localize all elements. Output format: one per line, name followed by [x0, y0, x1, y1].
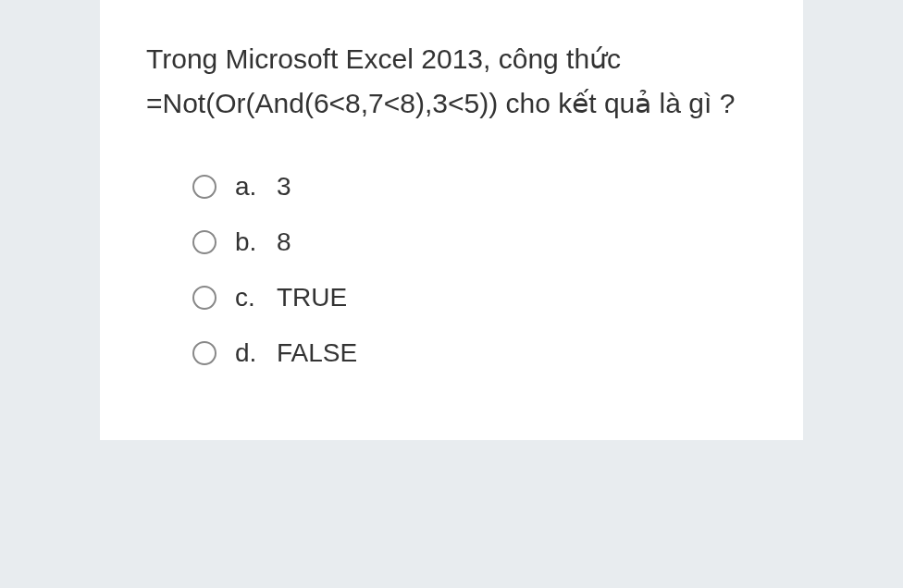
option-value: FALSE	[277, 338, 357, 368]
option-a[interactable]: a. 3	[192, 172, 757, 202]
option-c[interactable]: c. TRUE	[192, 283, 757, 312]
option-value: 8	[277, 227, 291, 257]
options-list: a. 3 b. 8 c. TRUE d. FALSE	[146, 172, 757, 368]
option-value: 3	[277, 172, 291, 202]
radio-icon[interactable]	[192, 175, 216, 199]
radio-icon[interactable]	[192, 230, 216, 254]
option-letter: a.	[235, 172, 277, 202]
option-value: TRUE	[277, 283, 347, 312]
radio-icon[interactable]	[192, 341, 216, 365]
question-card: Trong Microsoft Excel 2013, công thức =N…	[100, 0, 803, 440]
option-letter: d.	[235, 338, 277, 368]
option-letter: b.	[235, 227, 277, 257]
radio-icon[interactable]	[192, 286, 216, 310]
option-letter: c.	[235, 283, 277, 312]
option-b[interactable]: b. 8	[192, 227, 757, 257]
option-d[interactable]: d. FALSE	[192, 338, 757, 368]
question-text: Trong Microsoft Excel 2013, công thức =N…	[146, 37, 757, 126]
